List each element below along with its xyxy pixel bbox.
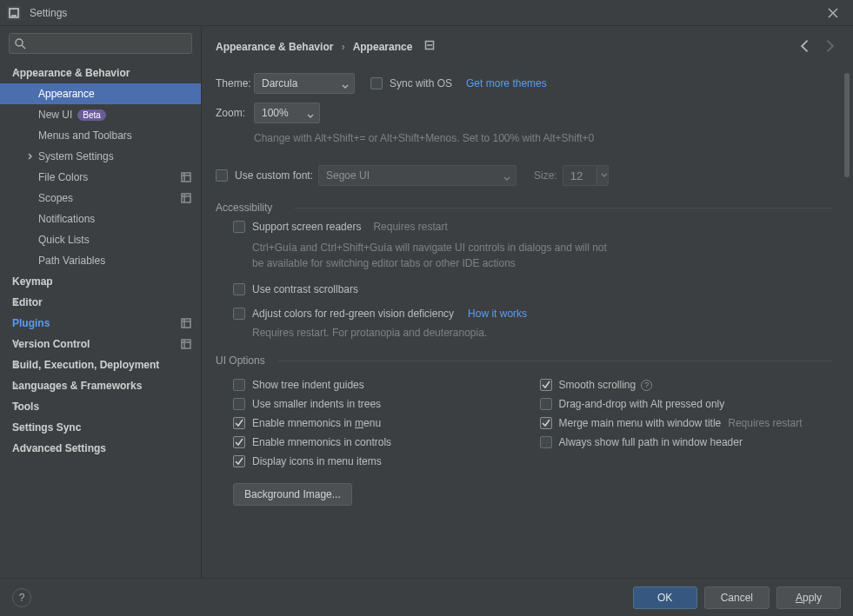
smaller_indents-checkbox[interactable]	[233, 398, 245, 410]
breadcrumb-leaf: Appearance	[353, 41, 413, 53]
sidebar-item-path-variables[interactable]: Path Variables	[0, 250, 201, 271]
project-settings-icon	[180, 171, 192, 183]
tree_indent-label: Show tree indent guides	[252, 379, 364, 391]
apply-button[interactable]: Apply	[776, 586, 841, 609]
app-logo-icon	[7, 6, 21, 20]
theme-label: Theme:	[216, 77, 254, 89]
support-screen-readers-checkbox[interactable]	[233, 221, 245, 233]
tree_indent-checkbox[interactable]	[233, 379, 245, 391]
sidebar-item-appearance-behavior[interactable]: Appearance & Behavior	[0, 63, 201, 83]
chevron-down-icon	[12, 67, 21, 79]
chevron-right-icon	[12, 380, 21, 392]
cancel-button[interactable]: Cancel	[704, 586, 770, 609]
zoom-value: 100%	[262, 107, 289, 119]
sidebar-item-tools[interactable]: Tools	[0, 396, 201, 417]
sidebar-item-plugins[interactable]: Plugins	[0, 313, 201, 334]
sidebar-item-menus-and-toolbars[interactable]: Menus and Toolbars	[0, 125, 201, 146]
help-button[interactable]: ?	[12, 588, 31, 607]
mnemonics_controls-checkbox[interactable]	[233, 436, 245, 448]
ok-button[interactable]: OK	[633, 586, 697, 609]
apply-label-rest: pply	[803, 592, 822, 604]
sidebar-item-label: File Colors	[38, 171, 88, 183]
sidebar-item-label: Notifications	[38, 213, 95, 225]
screen-readers-hint: Ctrl+Guía and Ctrl+Shift+Guía will navig…	[252, 240, 617, 271]
sidebar-item-version-control[interactable]: Version Control	[0, 334, 201, 354]
sidebar-item-keymap[interactable]: Keymap	[0, 271, 201, 292]
sidebar-item-label: Settings Sync	[12, 421, 81, 434]
sidebar-item-label: Languages & Frameworks	[12, 380, 142, 392]
sidebar-item-settings-sync[interactable]: Settings Sync	[0, 417, 201, 438]
window-title: Settings	[30, 7, 67, 19]
project-settings-icon	[180, 317, 192, 329]
use-custom-font-checkbox[interactable]	[216, 169, 228, 182]
sidebar-item-build-execution-deployment[interactable]: Build, Execution, Deployment	[0, 354, 201, 375]
sidebar-item-quick-lists[interactable]: Quick Lists	[0, 229, 201, 250]
settings-tree: Appearance & BehaviorAppearanceNew UIBet…	[0, 59, 201, 578]
mnemonics_menu-checkbox[interactable]	[233, 417, 245, 429]
reset-icon[interactable]	[424, 40, 435, 50]
smooth_scroll-checkbox[interactable]	[540, 379, 552, 391]
theme-select[interactable]: Darcula	[254, 73, 355, 94]
merge_menu-checkbox[interactable]	[540, 417, 552, 429]
project-settings-icon	[180, 338, 192, 350]
sidebar-item-editor[interactable]: Editor	[0, 292, 201, 313]
zoom-select[interactable]: 100%	[254, 103, 320, 123]
chevron-right-icon	[26, 150, 35, 162]
theme-value: Darcula	[262, 77, 297, 89]
search-input[interactable]	[9, 33, 192, 54]
chevron-down-icon	[307, 110, 314, 123]
dnd_alt-checkbox[interactable]	[540, 398, 552, 410]
zoom-hint: Change with Alt+Shift+= or Alt+Shift+Men…	[254, 132, 832, 144]
color-deficiency-checkbox[interactable]	[233, 308, 245, 320]
sidebar-item-label: Quick Lists	[38, 234, 90, 246]
sync-with-os-checkbox[interactable]	[370, 77, 383, 89]
icons_menu-checkbox[interactable]	[233, 455, 245, 467]
sidebar-item-scopes[interactable]: Scopes	[0, 188, 201, 209]
sidebar-item-languages-frameworks[interactable]: Languages & Frameworks	[0, 375, 201, 396]
sidebar-item-new-ui[interactable]: New UIBeta	[0, 104, 201, 125]
chevron-right-icon	[12, 338, 21, 350]
breadcrumb: Appearance & Behavior › Appearance	[216, 40, 435, 53]
chevron-right-icon: ›	[342, 41, 345, 53]
mnemonics_controls-label: Enable mnemonics in controls	[252, 436, 391, 448]
contrast-scrollbars-checkbox[interactable]	[233, 283, 245, 295]
project-settings-icon	[180, 192, 192, 204]
sidebar-item-file-colors[interactable]: File Colors	[0, 167, 201, 188]
sidebar-item-label: Advanced Settings	[12, 442, 106, 454]
breadcrumb-root[interactable]: Appearance & Behavior	[216, 41, 333, 53]
sidebar-item-label: Keymap	[12, 275, 53, 288]
how-it-works-link[interactable]: How it works	[468, 308, 527, 320]
sidebar-item-label: New UI	[38, 109, 72, 121]
use-custom-font-label: Use custom font:	[235, 169, 318, 182]
font-size-input	[563, 165, 597, 186]
sidebar-item-label: Appearance	[38, 88, 95, 100]
nav-back-button[interactable]	[797, 38, 813, 54]
info-icon[interactable]: ?	[641, 380, 652, 391]
font-family-select: Segoe UI	[318, 165, 516, 186]
chevron-right-icon	[12, 359, 21, 371]
sidebar-item-advanced-settings[interactable]: Advanced Settings	[0, 438, 201, 459]
full_path-checkbox[interactable]	[540, 436, 552, 448]
contrast-scrollbars-label: Use contrast scrollbars	[252, 283, 358, 295]
chevron-right-icon	[12, 401, 21, 413]
smaller_indents-label: Use smaller indents in trees	[252, 398, 381, 410]
background-image-button[interactable]: Background Image...	[233, 483, 352, 506]
titlebar: Settings	[0, 0, 853, 26]
get-more-themes-link[interactable]: Get more themes	[466, 77, 547, 89]
svg-rect-4	[182, 319, 190, 328]
sidebar-item-label: Build, Execution, Deployment	[12, 359, 159, 371]
section-ui-options: UI Options	[216, 354, 832, 367]
font-family-value: Segoe UI	[326, 169, 370, 182]
scrollbar-thumb[interactable]	[844, 73, 850, 177]
section-accessibility: Accessibility	[216, 202, 832, 214]
chevron-down-icon	[601, 169, 608, 182]
color-deficiency-hint: Requires restart. For protanopia and deu…	[252, 327, 832, 339]
sidebar-item-appearance[interactable]: Appearance	[0, 83, 201, 104]
nav-forward-button	[822, 38, 837, 54]
support-screen-readers-label: Support screen readers	[252, 221, 361, 233]
sidebar-item-notifications[interactable]: Notifications	[0, 209, 201, 229]
sidebar-item-label: Version Control	[12, 338, 90, 350]
close-button[interactable]	[820, 0, 846, 26]
sidebar-item-system-settings[interactable]: System Settings	[0, 146, 201, 167]
chevron-right-icon	[12, 296, 21, 308]
